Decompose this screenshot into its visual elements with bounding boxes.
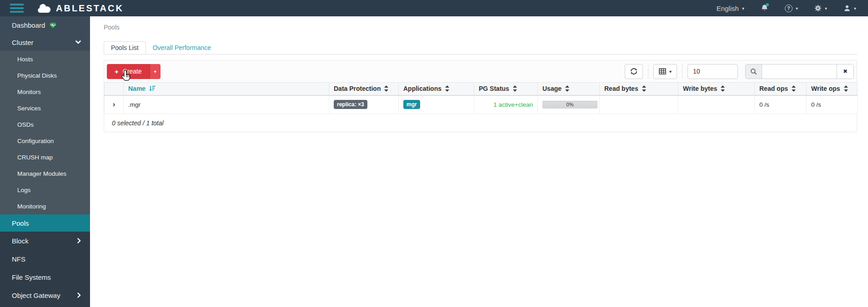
chevron-right-icon [77, 238, 81, 243]
toolbar-separator [682, 64, 682, 79]
cell-write-bytes [678, 95, 755, 114]
cell-usage: 0% [538, 95, 600, 114]
row-expand-toggle[interactable]: › [105, 95, 124, 114]
hamburger-menu-icon[interactable] [10, 4, 24, 13]
sort-both-icon [721, 85, 725, 92]
header-pg-status[interactable]: PG Status [474, 83, 538, 95]
sidebar-item-nfs[interactable]: NFS [0, 250, 90, 268]
refresh-icon [630, 68, 637, 75]
sidebar-item-configuration[interactable]: Configuration [0, 133, 90, 149]
sidebar-item-physical-disks[interactable]: Physical Disks [0, 67, 90, 84]
chevron-down-icon: ▾ [154, 69, 156, 74]
cluster-label: Cluster [12, 39, 34, 46]
sort-both-icon [844, 85, 848, 92]
chevron-right-icon [77, 292, 81, 298]
breadcrumb: Pools [104, 24, 857, 31]
sidebar-item-hosts[interactable]: Hosts [0, 51, 90, 67]
object-gateway-label: Object Gateway [12, 292, 60, 299]
create-button-label: Create [123, 68, 142, 75]
create-button[interactable]: + Create [107, 64, 150, 79]
settings-dropdown[interactable]: ▾ [814, 5, 827, 12]
sidebar-item-object-gateway[interactable]: Object Gateway [0, 286, 90, 304]
tab-pools-list[interactable]: Pools List [104, 41, 146, 54]
sidebar-nav: Dashboard Cluster Hosts Physical Disks M… [0, 16, 90, 307]
sort-descending-icon [149, 85, 156, 92]
sidebar-item-block[interactable]: Block [0, 232, 90, 250]
cell-name: .mgr [124, 95, 329, 114]
columns-dropdown-button[interactable]: ▾ [653, 64, 677, 79]
application-badge: mgr [403, 100, 420, 109]
sidebar-item-monitors[interactable]: Monitors [0, 84, 90, 100]
sidebar-item-logs[interactable]: Logs [0, 182, 90, 198]
cell-write-ops: 0 /s [807, 95, 858, 114]
sidebar-item-cluster[interactable]: Cluster [0, 34, 90, 51]
pools-label: Pools [12, 219, 29, 227]
cluster-submenu: Hosts Physical Disks Monitors Services O… [0, 51, 90, 214]
toolbar-separator [648, 64, 648, 79]
header-data-protection[interactable]: Data Protection [329, 83, 399, 95]
sidebar-item-crush-map[interactable]: CRUSH map [0, 149, 90, 165]
file-systems-label: File Systems [12, 273, 51, 281]
pools-table: Name Data Protection [104, 82, 858, 114]
sidebar-item-file-systems[interactable]: File Systems [0, 268, 90, 286]
top-navbar: ABLESTACK English ▾ ? ▾ [0, 0, 868, 16]
selection-status: 0 selected / 1 total [104, 114, 857, 132]
create-split-button: + Create ▾ [107, 64, 161, 79]
sidebar-item-manager-modules[interactable]: Manager Modules [0, 165, 90, 182]
chevron-down-icon [75, 40, 81, 44]
header-name[interactable]: Name [124, 83, 329, 95]
sidebar-item-monitoring[interactable]: Monitoring [0, 198, 90, 214]
notification-badge [766, 3, 769, 6]
sort-both-icon [565, 85, 569, 92]
sidebar-item-osds[interactable]: OSDs [0, 116, 90, 133]
brand-logo[interactable]: ABLESTACK [36, 3, 124, 14]
search-input[interactable] [762, 64, 837, 79]
header-usage[interactable]: Usage [538, 83, 600, 95]
sidebar-item-services[interactable]: Services [0, 100, 90, 116]
plus-icon: + [115, 68, 119, 75]
user-icon [843, 5, 851, 12]
refresh-button[interactable] [625, 64, 643, 79]
dashboard-label: Dashboard [12, 21, 45, 29]
cell-pg-status: 1 active+clean [474, 95, 538, 114]
user-dropdown[interactable]: ▾ [843, 5, 856, 12]
cell-read-ops: 0 /s [755, 95, 807, 114]
main-content: Pools Pools List Overall Performance + C… [90, 16, 868, 307]
notifications-button[interactable] [761, 4, 768, 12]
language-dropdown[interactable]: English ▾ [717, 5, 744, 12]
help-dropdown[interactable]: ? ▾ [785, 5, 798, 12]
gear-icon [814, 5, 822, 12]
sort-both-icon [445, 85, 449, 92]
sort-both-icon [513, 85, 517, 92]
header-applications[interactable]: Applications [399, 83, 474, 95]
header-expand [105, 83, 124, 95]
chevron-down-icon: ▾ [796, 6, 798, 11]
table-header-row: Name Data Protection [105, 83, 858, 95]
create-dropdown-toggle[interactable]: ▾ [150, 64, 161, 79]
sort-both-icon [384, 85, 388, 92]
header-write-ops[interactable]: Write ops [807, 83, 858, 95]
table-grid-icon [659, 68, 666, 74]
cell-applications: mgr [399, 95, 474, 114]
header-read-bytes[interactable]: Read bytes [600, 83, 678, 95]
sidebar-item-pools[interactable]: Pools [0, 214, 90, 232]
chevron-down-icon: ▾ [825, 6, 827, 11]
sort-both-icon [642, 85, 646, 92]
tab-overall-performance[interactable]: Overall Performance [146, 41, 218, 54]
replica-badge: replica: ×3 [334, 100, 367, 109]
table-row[interactable]: › .mgr replica: ×3 mgr 1 active+clean 0%… [105, 95, 858, 114]
chevron-down-icon: ▾ [742, 6, 744, 11]
clear-search-button[interactable]: ✖ [837, 64, 853, 79]
block-label: Block [12, 237, 29, 245]
nfs-label: NFS [12, 255, 25, 263]
sort-both-icon [792, 85, 796, 92]
chevron-down-icon: ▾ [854, 6, 856, 11]
language-label: English [717, 5, 739, 12]
header-write-bytes[interactable]: Write bytes [678, 83, 755, 95]
search-icon [746, 64, 762, 79]
header-read-ops[interactable]: Read ops [755, 83, 807, 95]
page-size-input[interactable] [687, 64, 738, 79]
table-toolbar: + Create ▾ [104, 60, 857, 82]
cell-read-bytes [600, 95, 678, 114]
sidebar-item-dashboard[interactable]: Dashboard [0, 16, 90, 34]
